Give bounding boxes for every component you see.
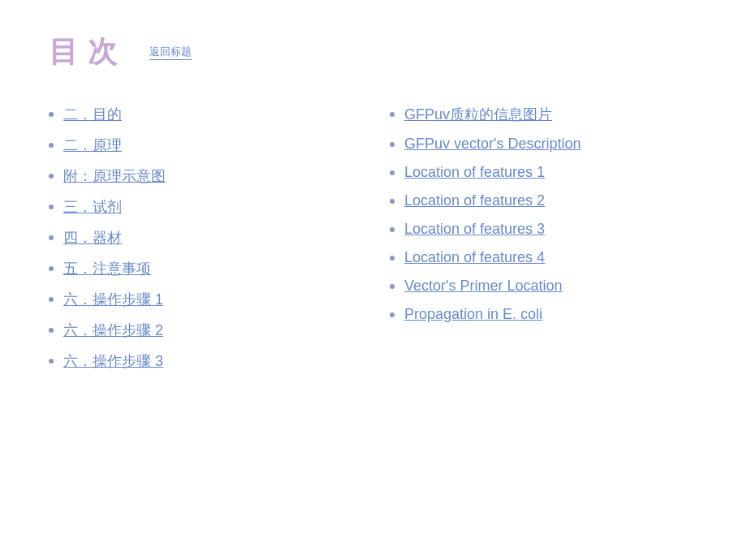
bullet-icon [390,199,395,204]
right-item-1[interactable]: GFPuv质粒的信息图片 [404,105,552,124]
bullet-icon [390,170,395,175]
title-char-2: 次 [88,32,117,72]
right-item-5[interactable]: Location of features 3 [404,221,545,238]
bullet-icon [390,227,395,232]
bullet-icon [49,112,54,117]
list-item: 二．目的 [49,105,357,124]
bullet-icon [390,142,395,147]
bullet-icon [49,359,54,364]
list-item: 四．器材 [49,228,357,248]
item-9[interactable]: 六．操作步骤 3 [63,351,163,371]
header-title: 目 次 [49,32,117,72]
bullet-icon [390,256,395,261]
page-container: 目 次 返回标题 二．目的二．原理附：原理示意图三．试剂四．器材五．注意事项六．… [0,0,747,560]
bullet-icon [49,297,54,302]
bullet-icon [49,205,54,209]
list-item: GFPuv vector's Description [390,136,698,153]
bullet-icon [390,112,395,117]
header: 目 次 返回标题 [49,32,698,72]
list-item: Location of features 3 [390,221,698,238]
list-item: 二．原理 [49,136,357,155]
bullet-icon [49,328,54,333]
left-column: 二．目的二．原理附：原理示意图三．试剂四．器材五．注意事项六．操作步骤 1六．操… [49,105,374,382]
right-column: GFPuv质粒的信息图片GFPuv vector's DescriptionLo… [374,105,698,382]
bullet-icon [49,143,54,148]
item-7[interactable]: 六．操作步骤 1 [63,290,163,309]
content-area: 二．目的二．原理附：原理示意图三．试剂四．器材五．注意事项六．操作步骤 1六．操… [49,105,698,382]
item-8[interactable]: 六．操作步骤 2 [63,321,163,340]
item-5[interactable]: 四．器材 [63,228,122,248]
bullet-icon [49,174,54,179]
right-item-3[interactable]: Location of features 1 [404,164,545,181]
item-1[interactable]: 二．目的 [63,105,122,124]
list-item: Propagation in E. coli [390,306,698,323]
right-menu-list: GFPuv质粒的信息图片GFPuv vector's DescriptionLo… [390,105,698,323]
list-item: GFPuv质粒的信息图片 [390,105,698,124]
list-item: 六．操作步骤 1 [49,290,357,309]
right-item-4[interactable]: Location of features 2 [404,192,545,209]
list-item: 六．操作步骤 3 [49,351,357,371]
item-3[interactable]: 附：原理示意图 [63,166,166,186]
item-6[interactable]: 五．注意事项 [63,259,151,278]
right-item-6[interactable]: Location of features 4 [404,249,545,266]
right-item-8[interactable]: Propagation in E. coli [404,306,542,323]
bullet-icon [390,312,395,317]
item-4[interactable]: 三．试剂 [63,197,122,217]
list-item: Location of features 2 [390,192,698,209]
right-item-2[interactable]: GFPuv vector's Description [404,136,581,153]
list-item: Vector's Primer Location [390,278,698,295]
right-item-7[interactable]: Vector's Primer Location [404,278,563,295]
list-item: 三．试剂 [49,197,357,217]
list-item: Location of features 1 [390,164,698,181]
title-char-1: 目 [49,32,78,72]
back-link[interactable]: 返回标题 [149,45,192,60]
left-menu-list: 二．目的二．原理附：原理示意图三．试剂四．器材五．注意事项六．操作步骤 1六．操… [49,105,357,371]
list-item: Location of features 4 [390,249,698,266]
list-item: 六．操作步骤 2 [49,321,357,340]
bullet-icon [49,235,54,240]
list-item: 五．注意事项 [49,259,357,278]
list-item: 附：原理示意图 [49,166,357,186]
item-2[interactable]: 二．原理 [63,136,122,155]
bullet-icon [390,284,395,289]
bullet-icon [49,266,54,271]
